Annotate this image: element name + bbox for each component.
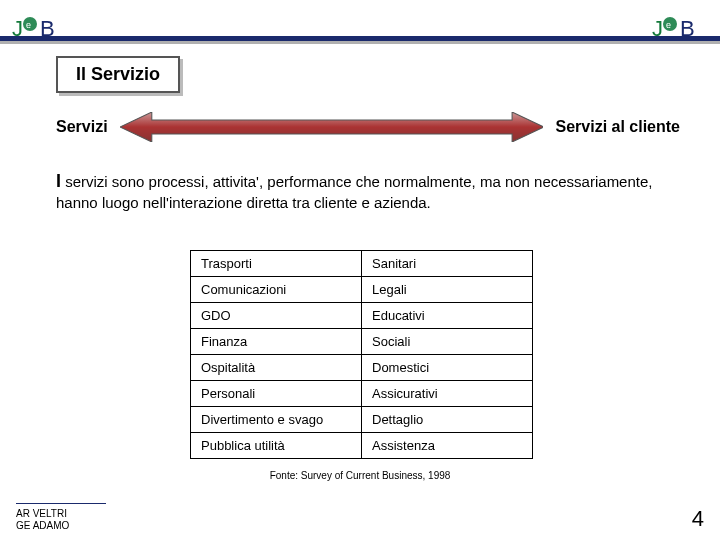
authors: AR VELTRI GE ADAMO bbox=[16, 508, 69, 532]
svg-text:e: e bbox=[26, 20, 31, 30]
definition-rest: servizi sono processi, attivita', perfor… bbox=[56, 173, 652, 211]
author-1: AR VELTRI bbox=[16, 508, 69, 520]
table-cell: Pubblica utilità bbox=[191, 433, 362, 459]
table-cell: Assistenza bbox=[362, 433, 533, 459]
table-cell: Sociali bbox=[362, 329, 533, 355]
author-2: GE ADAMO bbox=[16, 520, 69, 532]
page-number: 4 bbox=[692, 506, 704, 532]
table-cell: Trasporti bbox=[191, 251, 362, 277]
table-cell: Sanitari bbox=[362, 251, 533, 277]
double-arrow-icon bbox=[120, 112, 544, 142]
table-cell: Educativi bbox=[362, 303, 533, 329]
services-table: TrasportiSanitari ComunicazioniLegali GD… bbox=[190, 250, 533, 459]
table-cell: Divertimento e svago bbox=[191, 407, 362, 433]
table-cell: Domestici bbox=[362, 355, 533, 381]
table-row: Pubblica utilitàAssistenza bbox=[191, 433, 533, 459]
table-row: ComunicazioniLegali bbox=[191, 277, 533, 303]
table-cell: Ospitalità bbox=[191, 355, 362, 381]
table-row: TrasportiSanitari bbox=[191, 251, 533, 277]
source-citation: Fonte: Survey of Current Business, 1998 bbox=[0, 470, 720, 481]
table-cell: Assicurativi bbox=[362, 381, 533, 407]
table-cell: Personali bbox=[191, 381, 362, 407]
slide: J e B J e B Il Servizio Servizi bbox=[0, 0, 720, 540]
table-cell: Comunicazioni bbox=[191, 277, 362, 303]
svg-text:e: e bbox=[666, 20, 671, 30]
table-cell: GDO bbox=[191, 303, 362, 329]
slide-title: Il Servizio bbox=[76, 64, 160, 84]
table-row: PersonaliAssicurativi bbox=[191, 381, 533, 407]
table-row: Divertimento e svagoDettaglio bbox=[191, 407, 533, 433]
title-box: Il Servizio bbox=[56, 56, 180, 93]
table-row: FinanzaSociali bbox=[191, 329, 533, 355]
arrow-row: Servizi Servizi al cliente bbox=[56, 112, 680, 142]
arrow-right-label: Servizi al cliente bbox=[555, 118, 680, 136]
table-cell: Finanza bbox=[191, 329, 362, 355]
footer-divider bbox=[16, 503, 106, 504]
table-cell: Legali bbox=[362, 277, 533, 303]
arrow-left-label: Servizi bbox=[56, 118, 108, 136]
definition-text: I servizi sono processi, attivita', perf… bbox=[56, 170, 664, 213]
header-bar bbox=[0, 36, 720, 44]
svg-marker-10 bbox=[120, 112, 544, 142]
table-cell: Dettaglio bbox=[362, 407, 533, 433]
table-row: OspitalitàDomestici bbox=[191, 355, 533, 381]
table-row: GDOEducativi bbox=[191, 303, 533, 329]
